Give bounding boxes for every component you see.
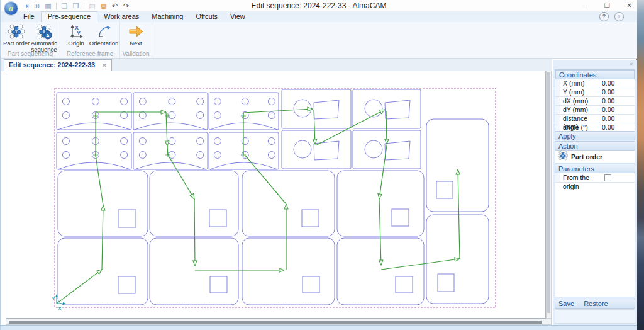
tile-windows-icon[interactable]: ❐ bbox=[71, 1, 80, 11]
coordinate-value-cell[interactable]: 0.00 bbox=[599, 79, 635, 88]
orientation-button[interactable]: Orientation bbox=[90, 23, 118, 47]
coordinate-value-cell[interactable]: 0.00 bbox=[599, 97, 635, 105]
coordinate-row: dY (mm)0.00 bbox=[555, 106, 635, 115]
coordinate-row: X (mm)0.00 bbox=[555, 79, 635, 88]
group-label: Reference frame bbox=[60, 50, 119, 58]
button-label: Origin bbox=[68, 40, 84, 47]
group-label: Part sequencing bbox=[1, 50, 60, 58]
group-label: Validation bbox=[120, 50, 152, 58]
orientation-icon bbox=[96, 23, 112, 40]
snapshot-icon[interactable]: ▩ bbox=[99, 1, 108, 11]
parameters-header[interactable]: Parameters bbox=[555, 164, 635, 173]
ribbon-group-validation: NextValidation bbox=[120, 22, 152, 58]
window-bottom-edge bbox=[1, 325, 637, 330]
coordinate-label: X (mm) bbox=[560, 79, 599, 88]
ribbon-tab-file[interactable]: File bbox=[17, 11, 41, 22]
coordinates-grid: X (mm)0.00Y (mm)0.00dX (mm)0.00dY (mm)0.… bbox=[555, 79, 635, 132]
next-button[interactable]: Next bbox=[122, 23, 150, 47]
ribbon-tab-work-areas[interactable]: Work areas bbox=[97, 11, 145, 22]
part-order-button[interactable]: Part order bbox=[3, 23, 30, 47]
maximize-button[interactable]: ❐ bbox=[604, 0, 610, 11]
table-icon[interactable]: ⊞ bbox=[32, 1, 42, 11]
chart-icon[interactable]: ▦ bbox=[43, 1, 53, 11]
sidebar-close-icon[interactable]: ✕ bbox=[629, 62, 633, 67]
nesting-canvas[interactable]: YX bbox=[6, 71, 546, 319]
ribbon-group-reference-frame: X YOrigin OrientationReference frame bbox=[60, 22, 120, 58]
automatic-sequence-button[interactable]: AAutomatic sequence bbox=[30, 23, 58, 54]
ribbon-groups: Part orderAAutomatic sequencePart sequen… bbox=[1, 22, 637, 58]
coordinate-label: Y (mm) bbox=[560, 88, 599, 96]
button-label: Orientation bbox=[89, 40, 118, 47]
action-header[interactable]: Action bbox=[555, 141, 635, 151]
application-window: Edit sequence: 2024-222-33 - AlmaCAM – ❐… bbox=[0, 0, 636, 330]
origin-icon: X Y bbox=[68, 23, 84, 40]
exit-door-icon[interactable]: ⇥ bbox=[21, 1, 30, 11]
coordinate-label: dY (mm) bbox=[560, 106, 599, 114]
coordinate-value-cell[interactable]: 0.00 bbox=[599, 106, 635, 114]
properties-sidebar: ✕ Coordinates X (mm)0.00Y (mm)0.00dX (mm… bbox=[553, 60, 637, 325]
close-button[interactable]: ✕ bbox=[627, 0, 632, 11]
svg-text:Y: Y bbox=[77, 30, 80, 37]
app-logo[interactable]: a bbox=[4, 2, 18, 15]
coordinate-value-cell[interactable]: 0.00 bbox=[599, 115, 635, 123]
parameter-label: From the origin bbox=[560, 173, 602, 182]
coordinates-header[interactable]: Coordinates bbox=[555, 70, 635, 79]
part-order-icon bbox=[558, 151, 568, 163]
help-area: ? i bbox=[599, 12, 624, 21]
part-order-icon bbox=[8, 23, 25, 40]
automatic-sequence-icon: A bbox=[36, 23, 52, 40]
coordinates-panel: Coordinates X (mm)0.00Y (mm)0.00dX (mm)0… bbox=[555, 69, 635, 130]
save-restore-bar: Save Restore bbox=[555, 299, 635, 309]
minimize-button[interactable]: – bbox=[584, 0, 587, 11]
svg-text:A: A bbox=[46, 33, 50, 38]
svg-text:X: X bbox=[58, 305, 62, 312]
info-icon[interactable]: i bbox=[614, 12, 624, 21]
coordinate-value-cell[interactable]: 0.00 bbox=[599, 88, 635, 96]
coordinate-label: distance (mm) bbox=[560, 115, 599, 123]
sidebar-filler bbox=[555, 309, 635, 324]
document-tab[interactable]: Edit sequence: 2024-222-33 ✕ bbox=[4, 59, 112, 71]
ribbon-tab-row: FilePre-sequenceWork areasMachiningOffcu… bbox=[1, 11, 637, 23]
svg-text:Y: Y bbox=[52, 295, 55, 302]
next-icon bbox=[128, 23, 144, 40]
coordinate-row: dX (mm)0.00 bbox=[555, 97, 635, 106]
quick-access-toolbar: ⇥⊞▦❏❐▤▩↶↷ bbox=[21, 1, 131, 11]
vertical-scrollbar-thumb[interactable] bbox=[547, 72, 550, 313]
undo-icon[interactable]: ↶ bbox=[110, 1, 119, 11]
desktop-wallpaper-strip bbox=[636, 0, 644, 330]
document-tab-bar: Edit sequence: 2024-222-33 ✕ bbox=[1, 59, 552, 71]
help-icon[interactable]: ? bbox=[599, 12, 609, 21]
action-current-item: Part order bbox=[555, 151, 635, 164]
vertical-scrollbar[interactable] bbox=[546, 71, 552, 319]
ribbon: Part orderAAutomatic sequencePart sequen… bbox=[1, 22, 637, 59]
horizontal-scrollbar-thumb[interactable] bbox=[9, 321, 542, 324]
from-origin-checkbox[interactable] bbox=[604, 174, 611, 181]
redo-icon[interactable]: ↷ bbox=[121, 1, 131, 11]
apply-header[interactable]: Apply bbox=[555, 131, 635, 140]
save-icon[interactable]: ▤ bbox=[87, 1, 97, 11]
horizontal-scrollbar[interactable] bbox=[6, 319, 552, 325]
ribbon-tab-machining[interactable]: Machining bbox=[145, 11, 189, 22]
parameter-row: From the origin bbox=[555, 173, 635, 183]
almacam-window: Edit sequence: 2024-222-33 - AlmaCAM – ❐… bbox=[0, 0, 644, 330]
cascade-windows-icon[interactable]: ❏ bbox=[60, 1, 69, 11]
parameters-panel: From the origin bbox=[555, 173, 635, 297]
button-label: Part order bbox=[3, 40, 30, 47]
document-tab-label: Edit sequence: 2024-222-33 bbox=[9, 61, 95, 69]
coordinate-row: distance (mm)0.00 bbox=[555, 115, 635, 123]
action-item-label: Part order bbox=[571, 153, 602, 161]
ribbon-tab-view[interactable]: View bbox=[224, 11, 252, 22]
window-controls: – ❐ ✕ bbox=[584, 0, 632, 11]
ribbon-group-part-sequencing: Part orderAAutomatic sequencePart sequen… bbox=[1, 22, 60, 58]
ribbon-tabs: FilePre-sequenceWork areasMachiningOffcu… bbox=[17, 11, 252, 22]
coordinate-row: Y (mm)0.00 bbox=[555, 88, 635, 97]
restore-button[interactable]: Restore bbox=[584, 300, 608, 307]
origin-button[interactable]: X YOrigin bbox=[62, 23, 90, 47]
toolbar-separator bbox=[84, 3, 84, 9]
document-tab-close-icon[interactable]: ✕ bbox=[102, 62, 107, 69]
save-button[interactable]: Save bbox=[558, 300, 574, 307]
button-label: Next bbox=[130, 40, 142, 47]
toolbar-separator bbox=[56, 3, 57, 9]
ribbon-tab-pre-sequence[interactable]: Pre-sequence bbox=[41, 11, 98, 22]
ribbon-tab-offcuts[interactable]: Offcuts bbox=[189, 11, 224, 22]
